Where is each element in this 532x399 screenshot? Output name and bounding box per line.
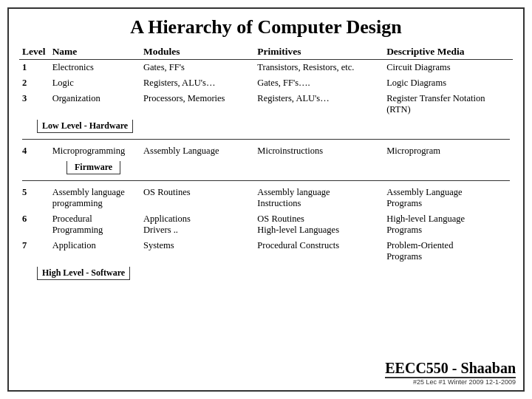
- table-cell: Microprogramming: [50, 143, 140, 159]
- table-cell: 6: [19, 211, 50, 238]
- table-cell: High-level Language Programs: [383, 211, 513, 238]
- table-cell: OS Routines High-level Languages: [254, 211, 383, 238]
- table-cell: 5: [19, 185, 50, 211]
- table-cell: Registers, ALU's…: [140, 75, 254, 91]
- high-level-label: High Level - Software: [37, 267, 130, 280]
- page-title: A Hierarchy of Computer Design: [19, 16, 513, 38]
- table-cell: Gates, FF's….: [254, 75, 383, 91]
- table-cell: Procedural Programming: [50, 211, 140, 238]
- table-cell: 2: [19, 75, 50, 91]
- table-row: 5Assembly language programmingOS Routine…: [19, 185, 513, 211]
- firmware-label: Firmware: [66, 161, 120, 174]
- table-cell: Procedural Constructs: [254, 238, 383, 265]
- footer-sub: #25 Lec #1 Winter 2009 12-1-2009: [385, 378, 516, 386]
- table-cell: 4: [19, 143, 50, 159]
- table-cell: Transistors, Resistors, etc.: [254, 60, 383, 76]
- high-level-bracket-row: High Level - Software: [19, 265, 513, 282]
- table-cell: Problem-Oriented Programs: [383, 238, 513, 265]
- table-cell: Microinstructions: [254, 143, 383, 159]
- table-cell: Application: [50, 238, 140, 265]
- table-cell: 3: [19, 91, 50, 117]
- table-row: 1ElectronicsGates, FF'sTransistors, Resi…: [19, 60, 513, 76]
- col-level: Level: [19, 44, 50, 60]
- table-cell: Gates, FF's: [140, 60, 254, 76]
- col-primitives: Primitives: [254, 44, 383, 60]
- table-cell: OS Routines: [140, 185, 254, 211]
- footer-title: EECC550 - Shaaban: [385, 360, 516, 378]
- table-cell: Circuit Diagrams: [383, 60, 513, 76]
- table-cell: Applications Drivers ..: [140, 211, 254, 238]
- table-cell: Microprogram: [383, 143, 513, 159]
- table-cell: Register Transfer Notation (RTN): [383, 91, 513, 117]
- col-modules: Modules: [140, 44, 254, 60]
- table-cell: Assembly language Instructions: [254, 185, 383, 211]
- table-row: 3OrganizationProcessors, MemoriesRegiste…: [19, 91, 513, 117]
- table-row: 6Procedural ProgrammingApplications Driv…: [19, 211, 513, 238]
- table-cell: Logic Diagrams: [383, 75, 513, 91]
- table-cell: Systems: [140, 238, 254, 265]
- table-cell: Processors, Memories: [140, 91, 254, 117]
- col-name: Name: [50, 44, 140, 60]
- hierarchy-table: Level Name Modules Primitives Descriptiv…: [19, 44, 513, 282]
- table-cell: Electronics: [50, 60, 140, 76]
- table-cell: Logic: [50, 75, 140, 91]
- table-cell: Assembly language programming: [50, 185, 140, 211]
- col-descriptive: Descriptive Media: [383, 44, 513, 60]
- table-row: 7ApplicationSystemsProcedural Constructs…: [19, 238, 513, 265]
- slide: A Hierarchy of Computer Design Level Nam…: [7, 7, 525, 392]
- low-level-bracket-row: Low Level - Hardware: [19, 117, 513, 135]
- table-row: 4MicroprogrammingAssembly LanguageMicroi…: [19, 143, 513, 159]
- table-cell: Registers, ALU's…: [254, 91, 383, 117]
- table-cell: Assembly Language Programs: [383, 185, 513, 211]
- table-cell: Organization: [50, 91, 140, 117]
- low-level-label: Low Level - Hardware: [37, 120, 133, 133]
- table-cell: 7: [19, 238, 50, 265]
- table-cell: 1: [19, 60, 50, 76]
- firmware-bracket-row: Firmware: [19, 159, 513, 177]
- footer: EECC550 - Shaaban #25 Lec #1 Winter 2009…: [385, 360, 516, 386]
- table-cell: Assembly Language: [140, 143, 254, 159]
- table-row: 2LogicRegisters, ALU's…Gates, FF's….Logi…: [19, 75, 513, 91]
